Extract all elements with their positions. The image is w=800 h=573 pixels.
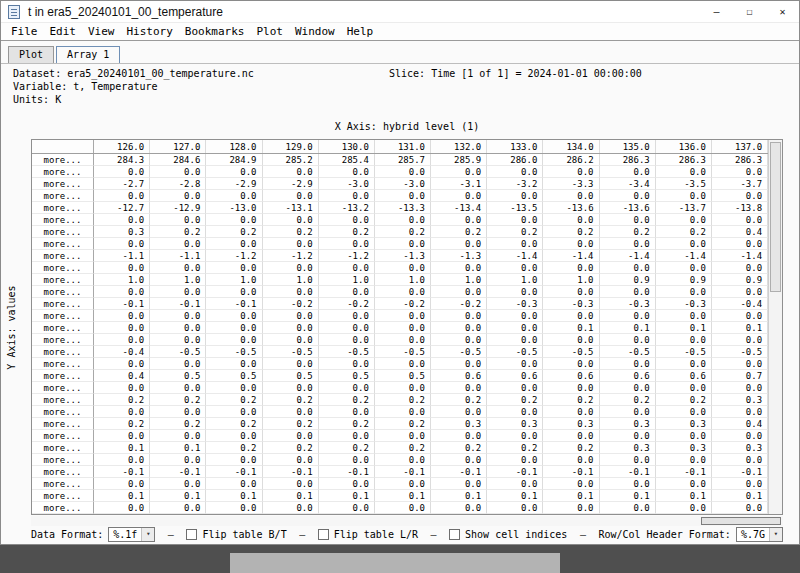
table-cell[interactable]: 0.0 [712,358,768,370]
table-cell[interactable]: 0.0 [431,310,487,322]
table-cell[interactable]: 0.0 [206,358,262,370]
row-header-more[interactable]: more... [32,454,94,466]
menu-help[interactable]: Help [341,23,380,40]
table-cell[interactable]: 0.0 [431,214,487,226]
table-cell[interactable]: 0.3 [600,442,656,454]
table-cell[interactable]: 0.2 [487,394,543,406]
table-cell[interactable]: 0.0 [487,502,543,514]
table-cell[interactable]: -0.1 [487,466,543,478]
table-cell[interactable]: 0.2 [656,226,712,238]
flip-lr-checkbox[interactable] [318,529,329,540]
row-header-more[interactable]: more... [32,286,94,298]
table-cell[interactable]: 0.1 [712,490,768,502]
table-cell[interactable]: 0.2 [150,418,206,430]
table-cell[interactable]: -12.9 [150,202,206,214]
table-cell[interactable]: 0.0 [94,478,150,490]
table-cell[interactable]: 0.0 [656,358,712,370]
table-cell[interactable]: 0.0 [263,454,319,466]
table-cell[interactable]: 0.0 [319,166,375,178]
row-header-more[interactable]: more... [32,238,94,250]
table-cell[interactable]: -0.2 [319,298,375,310]
table-cell[interactable]: 0.3 [656,442,712,454]
row-header-more[interactable]: more... [32,358,94,370]
table-cell[interactable]: -0.3 [600,298,656,310]
table-cell[interactable]: 0.9 [712,274,768,286]
table-cell[interactable]: 0.0 [600,262,656,274]
table-cell[interactable]: -0.5 [600,346,656,358]
minimize-button[interactable]: – [700,1,733,22]
table-cell[interactable]: 0.0 [431,454,487,466]
tab-plot[interactable]: Plot [8,46,54,63]
table-cell[interactable]: 0.3 [600,418,656,430]
table-cell[interactable]: -0.4 [94,346,150,358]
table-cell[interactable]: 0.0 [600,190,656,202]
table-cell[interactable]: 0.0 [319,502,375,514]
table-cell[interactable]: 0.0 [543,406,599,418]
menu-plot[interactable]: Plot [250,23,289,40]
table-cell[interactable]: -0.5 [375,346,431,358]
table-cell[interactable]: 0.0 [543,286,599,298]
table-cell[interactable]: 0.0 [487,190,543,202]
table-cell[interactable]: 1.0 [150,274,206,286]
header-format-combobox[interactable]: %.7G ▾ [736,527,783,542]
menu-edit[interactable]: Edit [44,23,83,40]
table-cell[interactable]: 0.0 [375,262,431,274]
table-cell[interactable]: -0.1 [656,466,712,478]
table-cell[interactable]: 0.0 [206,478,262,490]
table-cell[interactable]: 0.0 [375,190,431,202]
table-cell[interactable]: -0.1 [263,466,319,478]
row-header-more[interactable]: more... [32,418,94,430]
table-cell[interactable]: 0.0 [206,166,262,178]
table-cell[interactable]: -0.1 [206,298,262,310]
table-cell[interactable]: 0.0 [600,214,656,226]
table-cell[interactable]: 0.2 [543,394,599,406]
table-cell[interactable]: -0.1 [712,466,768,478]
table-cell[interactable]: 285.4 [319,154,375,166]
table-cell[interactable]: 0.1 [150,490,206,502]
table-cell[interactable]: 0.2 [543,226,599,238]
table-cell[interactable]: 0.2 [375,394,431,406]
table-cell[interactable]: 0.2 [431,442,487,454]
table-cell[interactable]: 1.0 [263,274,319,286]
table-cell[interactable]: 0.0 [150,502,206,514]
table-cell[interactable]: 0.0 [150,262,206,274]
table-cell[interactable]: -2.9 [206,178,262,190]
table-cell[interactable]: -0.5 [543,346,599,358]
table-cell[interactable]: 0.0 [319,454,375,466]
table-cell[interactable]: 0.0 [94,334,150,346]
table-cell[interactable]: -0.1 [94,466,150,478]
table-cell[interactable]: 284.3 [94,154,150,166]
table-cell[interactable]: 0.0 [375,214,431,226]
table-cell[interactable]: 0.0 [431,166,487,178]
table-cell[interactable]: 0.0 [487,310,543,322]
table-cell[interactable]: 0.3 [94,226,150,238]
table-cell[interactable]: 0.0 [263,262,319,274]
table-cell[interactable]: 0.0 [319,406,375,418]
table-cell[interactable]: -1.1 [94,250,150,262]
table-cell[interactable]: -13.1 [263,202,319,214]
table-cell[interactable]: 0.0 [431,322,487,334]
row-header-more[interactable]: more... [32,334,94,346]
table-cell[interactable]: 0.1 [656,490,712,502]
table-cell[interactable]: 0.2 [263,418,319,430]
table-cell[interactable]: 1.0 [487,274,543,286]
table-cell[interactable]: -0.5 [206,346,262,358]
table-cell[interactable]: 0.0 [150,406,206,418]
table-cell[interactable]: 0.0 [656,214,712,226]
table-cell[interactable]: 0.0 [94,502,150,514]
table-cell[interactable]: 0.0 [712,334,768,346]
table-cell[interactable]: 0.0 [656,406,712,418]
table-cell[interactable]: 0.0 [656,430,712,442]
table-cell[interactable]: 0.0 [150,358,206,370]
table-cell[interactable]: 0.0 [375,358,431,370]
menu-bookmarks[interactable]: Bookmarks [179,23,251,40]
table-cell[interactable]: 0.0 [375,166,431,178]
table-cell[interactable]: 0.0 [600,502,656,514]
table-cell[interactable]: 0.0 [206,322,262,334]
table-cell[interactable]: 0.0 [94,262,150,274]
table-cell[interactable]: 0.1 [263,490,319,502]
table-cell[interactable]: 0.6 [487,370,543,382]
table-cell[interactable]: 0.0 [712,430,768,442]
table-cell[interactable]: 0.0 [431,406,487,418]
row-header-more[interactable]: more... [32,202,94,214]
